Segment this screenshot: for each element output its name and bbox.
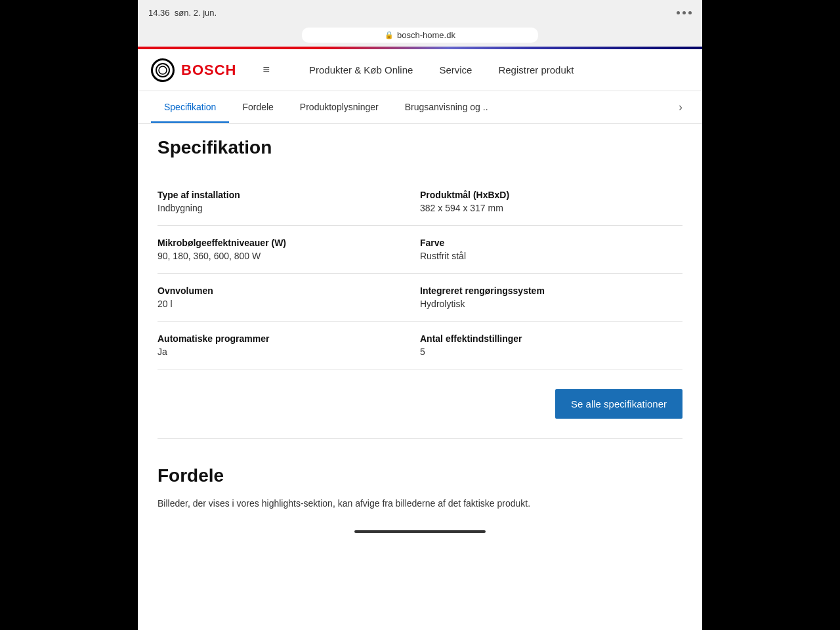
page-title: Specifikation: [158, 137, 682, 158]
nav-link-service[interactable]: Service: [439, 64, 472, 75]
spec-value-auto: Ja: [158, 346, 413, 357]
spec-value-installation: Indbygning: [158, 203, 413, 213]
nav-link-registrer[interactable]: Registrer produkt: [498, 64, 574, 75]
spec-label-antal: Antal effektindstillinger: [420, 333, 676, 344]
browser-dot-3: [688, 11, 692, 14]
website-content: BOSCH ≡ Produkter & Køb Online Service R…: [138, 49, 702, 620]
tab-fordele[interactable]: Fordele: [229, 93, 286, 123]
spec-value-rengoring: Hydrolytisk: [420, 299, 676, 309]
spec-label-rengoring: Integreret rengøringssystem: [420, 285, 676, 296]
spec-cell-3-left: Ovnvolumen 20 l: [158, 274, 420, 322]
bosch-logo-circle: [151, 58, 175, 82]
scroll-bar-area: [138, 524, 702, 539]
main-content: Specifikation Type af installation Indby…: [138, 124, 702, 524]
spec-label-maal: Produktmål (HxBxD): [420, 190, 676, 200]
spec-label-mikro: Mikrobølgeeffektniveauer (W): [158, 238, 413, 248]
spec-cell-4-left: Automatiske programmer Ja: [158, 322, 420, 369]
spec-value-antal: 5: [420, 346, 676, 357]
address-bar[interactable]: 🔒 bosch-home.dk: [302, 28, 538, 43]
spec-label-auto: Automatiske programmer: [158, 333, 413, 344]
nav-link-produkter[interactable]: Produkter & Køb Online: [309, 64, 413, 75]
spec-cell-2-right: Farve Rustfrit stål: [420, 226, 682, 274]
spec-value-ovn: 20 l: [158, 299, 413, 309]
see-all-specs-button[interactable]: Se alle specifikationer: [555, 389, 682, 419]
spec-cell-1-left: Type af installation Indbygning: [158, 178, 420, 226]
spec-cell-4-right: Antal effektindstillinger 5: [420, 322, 682, 369]
hamburger-menu[interactable]: ≡: [262, 63, 270, 77]
spec-cell-1-right: Produktmål (HxBxD) 382 x 594 x 317 mm: [420, 178, 682, 226]
tab-bar: Specifikation Fordele Produktoplysninger…: [138, 91, 702, 124]
browser-chrome: 14.36 søn. 2. jun. 🔒 bosch-home.dk: [138, 0, 702, 47]
svg-point-0: [156, 64, 169, 77]
spec-value-farve: Rustfrit stål: [420, 251, 676, 261]
tab-specifikation[interactable]: Specifikation: [151, 93, 229, 123]
logo-area: BOSCH: [151, 58, 236, 82]
browser-dots[interactable]: [677, 11, 692, 14]
tab-chevron-icon[interactable]: ›: [672, 91, 689, 123]
spec-value-maal: 382 x 594 x 317 mm: [420, 203, 676, 213]
right-black-bar: [702, 0, 840, 630]
spec-label-farve: Farve: [420, 238, 676, 248]
fordele-section-title: Fordele: [158, 465, 682, 486]
scroll-indicator[interactable]: [354, 530, 486, 533]
spec-label-ovn: Ovnvolumen: [158, 285, 413, 296]
spec-button-row: Se alle specifikationer: [158, 369, 682, 439]
tab-produktoplysninger[interactable]: Produktoplysninger: [287, 93, 392, 123]
browser-time: 14.36 søn. 2. jun.: [148, 8, 217, 18]
spec-label-installation: Type af installation: [158, 190, 413, 200]
left-black-bar: [0, 0, 138, 630]
svg-point-1: [159, 66, 167, 74]
nav-links: Produkter & Køb Online Service Registrer…: [309, 64, 574, 75]
spec-grid: Type af installation Indbygning Produktm…: [158, 178, 682, 369]
browser-dot-1: [677, 11, 680, 14]
lock-icon: 🔒: [385, 31, 394, 39]
spec-cell-2-left: Mikrobølgeeffektniveauer (W) 90, 180, 36…: [158, 226, 420, 274]
tab-brugsanvisning[interactable]: Brugsanvisning og ..: [392, 93, 501, 123]
browser-dot-2: [682, 11, 686, 14]
bosch-logo-svg: [156, 63, 170, 77]
bosch-wordmark: BOSCH: [181, 62, 236, 79]
fordele-section-text: Billeder, der vises i vores highlights-s…: [158, 497, 682, 511]
main-nav: BOSCH ≡ Produkter & Køb Online Service R…: [138, 49, 702, 91]
spec-value-mikro: 90, 180, 360, 600, 800 W: [158, 251, 413, 261]
spec-cell-3-right: Integreret rengøringssystem Hydrolytisk: [420, 274, 682, 322]
